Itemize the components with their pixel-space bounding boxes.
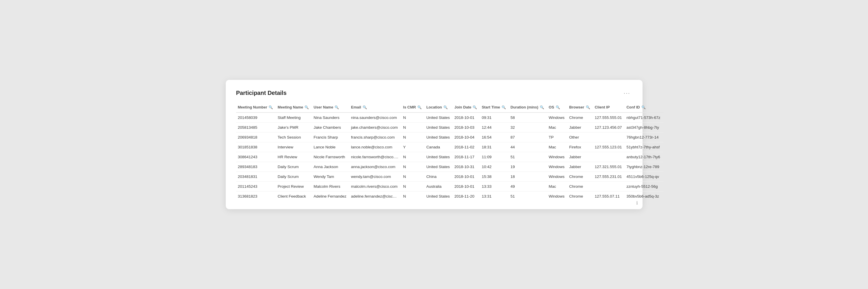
col-join-date-search[interactable]: 🔍 xyxy=(473,105,477,109)
cell-location: United States xyxy=(425,192,453,201)
cell-meeting_name: Daily Scrum xyxy=(276,172,312,182)
cell-location: United States xyxy=(425,152,453,162)
cell-location: Australia xyxy=(425,182,453,192)
cell-meeting_name: Interview xyxy=(276,142,312,152)
cell-duration: 87 xyxy=(509,132,547,142)
col-client-ip-label: Client IP xyxy=(595,105,610,109)
col-duration-search[interactable]: 🔍 xyxy=(540,105,544,109)
table-row: 201458039Staff MeetingNina Saundersnina.… xyxy=(236,113,663,123)
cell-start_time: 18:31 xyxy=(480,142,508,152)
col-email: Email 🔍 xyxy=(349,103,401,113)
cell-start_time: 16:54 xyxy=(480,132,508,142)
cell-os: TP xyxy=(547,132,567,142)
col-meeting-number-search[interactable]: 🔍 xyxy=(269,105,273,109)
table-row: 205813485Jake's PMRJake Chambersjake.cha… xyxy=(236,123,663,132)
cell-meeting_name: Client Feedback xyxy=(276,192,312,201)
col-os-search[interactable]: 🔍 xyxy=(556,105,560,109)
cell-os: Windows xyxy=(547,192,567,201)
col-meeting-name: Meeting Name 🔍 xyxy=(276,103,312,113)
cell-browser: Other xyxy=(567,132,593,142)
col-user-name: User Name 🔍 xyxy=(312,103,349,113)
col-browser-search[interactable]: 🔍 xyxy=(586,105,590,109)
header-row: Meeting Number 🔍 Meeting Name 🔍 User Nam… xyxy=(236,103,663,113)
cell-start_time: 09:31 xyxy=(480,113,508,123)
cell-email: nina.saunders@cisco.com xyxy=(349,113,401,123)
cell-meeting_name: Daily Scrum xyxy=(276,162,312,172)
col-os: OS 🔍 xyxy=(547,103,567,113)
participant-table: Meeting Number 🔍 Meeting Name 🔍 User Nam… xyxy=(236,103,663,201)
col-is-cmr-search[interactable]: 🔍 xyxy=(417,105,422,109)
cell-client_ip: 127.555.231.01 xyxy=(593,172,625,182)
col-conf-id-search[interactable]: 🔍 xyxy=(641,105,646,109)
col-email-label: Email xyxy=(351,105,361,109)
cell-conf_id: anbuty12-17th-7ty6 xyxy=(625,152,663,162)
cell-duration: 51 xyxy=(509,192,547,201)
cell-email: lance.noble@cisco.com xyxy=(349,142,401,152)
cell-user_name: Wendy Tam xyxy=(312,172,349,182)
card-title: Participant Details xyxy=(236,90,287,96)
cell-browser: Firefox xyxy=(567,142,593,152)
cell-client_ip xyxy=(593,152,625,162)
col-is-cmr: Is CMR 🔍 xyxy=(401,103,425,113)
cell-duration: 44 xyxy=(509,142,547,152)
cell-user_name: Anna Jackson xyxy=(312,162,349,172)
more-options-button[interactable]: ··· xyxy=(622,89,632,97)
col-client-ip: Client IP xyxy=(593,103,625,113)
cell-os: Windows xyxy=(547,152,567,162)
cell-meeting_name: Tech Session xyxy=(276,132,312,142)
cell-email: jake.chambers@cisco.com xyxy=(349,123,401,132)
cell-join_date: 2018-11-02 xyxy=(453,142,480,152)
cell-start_time: 13:33 xyxy=(480,182,508,192)
cell-join_date: 2018-10-03 xyxy=(453,123,480,132)
col-browser-label: Browser xyxy=(569,105,584,109)
cell-location: United States xyxy=(425,113,453,123)
cell-conf_id: zzntuyh-5512-56g xyxy=(625,182,663,192)
col-location-search[interactable]: 🔍 xyxy=(443,105,448,109)
cell-start_time: 15:38 xyxy=(480,172,508,182)
cell-conf_id: 7tyghbnz-12re-789 xyxy=(625,162,663,172)
cell-meeting_number: 206934818 xyxy=(236,132,276,142)
cell-meeting_number: 301851838 xyxy=(236,142,276,152)
cell-email: anna.jackson@cisco.com xyxy=(349,162,401,172)
cell-is_cmr: Y xyxy=(401,142,425,152)
cell-email: francis.sharp@cisco.com xyxy=(349,132,401,142)
cell-meeting_number: 289348183 xyxy=(236,162,276,172)
cell-duration: 51 xyxy=(509,152,547,162)
col-user-name-search[interactable]: 🔍 xyxy=(335,105,339,109)
col-email-search[interactable]: 🔍 xyxy=(363,105,367,109)
col-is-cmr-label: Is CMR xyxy=(403,105,416,109)
cell-meeting_number: 203481831 xyxy=(236,172,276,182)
col-start-time-label: Start Time xyxy=(482,105,500,109)
cell-email: adeline.fernandez@cisco.com xyxy=(349,192,401,201)
cell-user_name: Francis Sharp xyxy=(312,132,349,142)
col-join-date: Join Date 🔍 xyxy=(453,103,480,113)
cell-is_cmr: N xyxy=(401,152,425,162)
cell-os: Windows xyxy=(547,162,567,172)
cell-location: United States xyxy=(425,162,453,172)
col-meeting-name-search[interactable]: 🔍 xyxy=(305,105,309,109)
cell-conf_id: 76hgbn12-773r-14 xyxy=(625,132,663,142)
cell-email: malcolm.rivers@cisco.com xyxy=(349,182,401,192)
cell-join_date: 2018-11-17 xyxy=(453,152,480,162)
col-start-time-search[interactable]: 🔍 xyxy=(502,105,506,109)
cell-browser: Chrome xyxy=(567,172,593,182)
table-row: 308641243HR ReviewNicole Farnsworthnicol… xyxy=(236,152,663,162)
cell-client_ip xyxy=(593,132,625,142)
cell-os: Windows xyxy=(547,172,567,182)
col-location: Location 🔍 xyxy=(425,103,453,113)
cell-user_name: Lance Noble xyxy=(312,142,349,152)
cell-start_time: 12:44 xyxy=(480,123,508,132)
cell-is_cmr: N xyxy=(401,123,425,132)
cell-join_date: 2018-10-01 xyxy=(453,182,480,192)
cell-is_cmr: N xyxy=(401,162,425,172)
col-user-name-label: User Name xyxy=(313,105,333,109)
table-row: 313681823Client FeedbackAdeline Fernande… xyxy=(236,192,663,201)
cell-meeting_number: 313681823 xyxy=(236,192,276,201)
col-os-label: OS xyxy=(549,105,554,109)
col-start-time: Start Time 🔍 xyxy=(480,103,508,113)
cell-client_ip: 127.555.123.01 xyxy=(593,142,625,152)
info-icon[interactable]: ℹ xyxy=(636,200,638,206)
cell-duration: 18 xyxy=(509,172,547,182)
cell-location: China xyxy=(425,172,453,182)
col-duration: Duration (mins) 🔍 xyxy=(509,103,547,113)
